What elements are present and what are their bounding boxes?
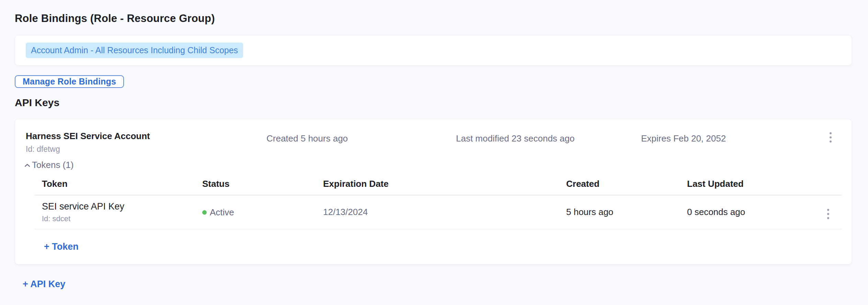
token-name-cell: SEI service API Key Id: sdcet: [35, 195, 195, 229]
tokens-toggle-label: Tokens (1): [32, 160, 73, 170]
token-expiration-date: 12/13/2024: [316, 195, 559, 229]
role-binding-tag: Account Admin - All Resources Including …: [26, 43, 243, 58]
table-header-status: Status: [195, 173, 316, 195]
tokens-toggle[interactable]: Tokens (1): [24, 160, 73, 170]
api-key-expires: Expires Feb 20, 2052: [641, 133, 726, 144]
add-api-key-button[interactable]: + API Key: [23, 279, 65, 290]
kebab-menu-icon[interactable]: [824, 206, 833, 222]
api-key-id: Id: dfetwg: [26, 145, 60, 154]
token-id: Id: sdcet: [42, 214, 195, 223]
token-table-row: SEI service API Key Id: sdcet Active 12/…: [35, 195, 842, 229]
table-header-row: Token Status Expiration Date Created Las…: [35, 173, 842, 195]
token-actions-cell: [800, 195, 842, 229]
table-header-last-updated: Last Updated: [680, 173, 800, 195]
role-bindings-card: Account Admin - All Resources Including …: [15, 35, 852, 66]
api-keys-heading: API Keys: [15, 97, 59, 109]
page-title: Role Bindings (Role - Resource Group): [15, 12, 215, 25]
api-key-name: Harness SEI Service Account: [26, 131, 150, 142]
token-name: SEI service API Key: [42, 201, 195, 212]
status-dot-green-icon: [202, 210, 207, 215]
api-key-created: Created 5 hours ago: [266, 133, 348, 144]
tokens-table: Token Status Expiration Date Created Las…: [35, 173, 842, 229]
token-last-updated: 0 seconds ago: [680, 195, 800, 229]
table-header-actions: [800, 173, 842, 195]
api-key-card: Harness SEI Service Account Id: dfetwg C…: [15, 119, 852, 264]
chevron-up-icon: [24, 163, 30, 167]
manage-role-bindings-button[interactable]: Manage Role Bindings: [15, 75, 124, 88]
kebab-menu-icon[interactable]: [826, 129, 835, 145]
status-badge: Active: [202, 207, 234, 218]
token-status-cell: Active: [195, 195, 316, 229]
table-header-created: Created: [559, 173, 680, 195]
table-header-expiration-date: Expiration Date: [316, 173, 559, 195]
token-created: 5 hours ago: [559, 195, 680, 229]
status-label: Active: [210, 207, 234, 218]
api-key-last-modified: Last modified 23 seconds ago: [456, 133, 574, 144]
add-token-button[interactable]: + Token: [44, 241, 79, 252]
table-header-token: Token: [35, 173, 195, 195]
